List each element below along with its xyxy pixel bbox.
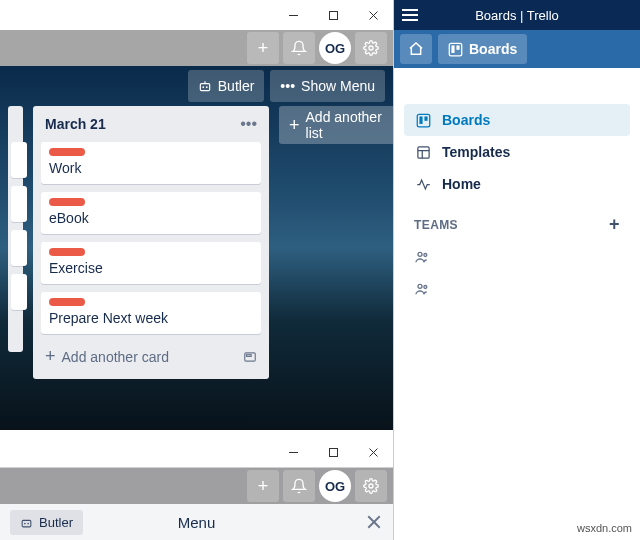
board-topbar: Butler ••• Show Menu bbox=[0, 66, 393, 106]
teams-label: TEAMS bbox=[414, 218, 458, 232]
menu-title: Menu bbox=[178, 514, 216, 531]
card-ebook[interactable]: eBook bbox=[41, 192, 261, 234]
svg-rect-26 bbox=[456, 45, 459, 49]
nav-home[interactable]: Home bbox=[404, 168, 630, 200]
plus-icon: + bbox=[258, 476, 269, 497]
svg-rect-25 bbox=[451, 45, 454, 53]
card-prepare-next-week[interactable]: Prepare Next week bbox=[41, 292, 261, 334]
create-button[interactable]: + bbox=[247, 32, 279, 64]
menu-button[interactable] bbox=[402, 8, 418, 22]
minimize-button[interactable] bbox=[273, 438, 313, 468]
list-title[interactable]: March 21 bbox=[45, 116, 106, 132]
maximize-button[interactable] bbox=[313, 438, 353, 468]
card-fragment[interactable] bbox=[11, 230, 27, 266]
create-button[interactable]: + bbox=[247, 470, 279, 502]
nav-boards[interactable]: Boards bbox=[404, 104, 630, 136]
nav-templates[interactable]: Templates bbox=[404, 136, 630, 168]
template-icon bbox=[414, 145, 432, 160]
maximize-button[interactable] bbox=[313, 0, 353, 30]
close-menu-button[interactable] bbox=[367, 515, 381, 529]
add-card-label: Add another card bbox=[62, 349, 169, 365]
gear-icon bbox=[363, 40, 379, 56]
trello-icon bbox=[414, 113, 432, 128]
close-icon bbox=[367, 515, 381, 529]
boards-button[interactable]: Boards bbox=[438, 34, 527, 64]
svg-point-35 bbox=[418, 284, 422, 288]
plus-icon: + bbox=[45, 346, 56, 367]
card-fragment[interactable] bbox=[11, 142, 27, 178]
label-red bbox=[49, 148, 85, 156]
dots-icon: ••• bbox=[280, 78, 295, 94]
list-fragment-previous bbox=[8, 106, 23, 352]
svg-point-7 bbox=[206, 86, 208, 88]
close-button[interactable] bbox=[353, 0, 393, 30]
team-icon bbox=[414, 281, 430, 297]
butler-button[interactable]: Butler bbox=[188, 70, 265, 102]
svg-point-18 bbox=[27, 522, 29, 524]
svg-point-6 bbox=[202, 86, 204, 88]
add-card-button[interactable]: + Add another card bbox=[45, 346, 169, 367]
label-red bbox=[49, 198, 85, 206]
home-button[interactable] bbox=[400, 34, 432, 64]
show-menu-button[interactable]: ••• Show Menu bbox=[270, 70, 385, 102]
list-menu-button[interactable]: ••• bbox=[240, 116, 257, 132]
trello-menu-window: + OG Butler Menu bbox=[0, 438, 393, 540]
pulse-icon bbox=[414, 177, 432, 192]
add-list-label: Add another list bbox=[306, 109, 389, 141]
add-card-row: + Add another card bbox=[41, 342, 261, 371]
trello-sidebar-window: Boards | Trello Boards Boards Templates bbox=[393, 0, 640, 540]
svg-point-33 bbox=[418, 252, 422, 256]
card-exercise[interactable]: Exercise bbox=[41, 242, 261, 284]
window-titlebar: Boards | Trello bbox=[394, 0, 640, 30]
add-another-list-button[interactable]: + Add another list bbox=[279, 106, 393, 144]
gear-icon bbox=[363, 478, 379, 494]
card-fragment[interactable] bbox=[11, 186, 27, 222]
bell-icon bbox=[291, 40, 307, 56]
team-icon bbox=[414, 249, 430, 265]
trello-icon bbox=[448, 42, 463, 57]
app-header: + OG bbox=[0, 468, 393, 504]
card-title: Exercise bbox=[49, 260, 253, 276]
card-title: eBook bbox=[49, 210, 253, 226]
butler-button[interactable]: Butler bbox=[10, 510, 83, 535]
card-template-icon[interactable] bbox=[243, 350, 257, 364]
svg-rect-28 bbox=[419, 116, 422, 124]
bell-icon bbox=[291, 478, 307, 494]
settings-button[interactable] bbox=[355, 32, 387, 64]
svg-rect-27 bbox=[417, 114, 430, 127]
notifications-button[interactable] bbox=[283, 32, 315, 64]
notifications-button[interactable] bbox=[283, 470, 315, 502]
nav-label: Home bbox=[442, 176, 481, 192]
card-work[interactable]: Work bbox=[41, 142, 261, 184]
svg-rect-30 bbox=[417, 146, 428, 157]
card-fragment[interactable] bbox=[11, 274, 27, 310]
nav-label: Templates bbox=[442, 144, 510, 160]
add-team-button[interactable]: + bbox=[609, 214, 620, 235]
plus-icon: + bbox=[289, 115, 300, 136]
svg-point-15 bbox=[369, 484, 373, 488]
team-item[interactable] bbox=[404, 241, 630, 273]
card-title: Prepare Next week bbox=[49, 310, 253, 326]
window-titlebar bbox=[0, 438, 393, 468]
close-button[interactable] bbox=[353, 438, 393, 468]
svg-rect-16 bbox=[22, 520, 31, 527]
user-avatar[interactable]: OG bbox=[319, 32, 351, 64]
list-header: March 21 ••• bbox=[41, 114, 261, 134]
user-avatar[interactable]: OG bbox=[319, 470, 351, 502]
svg-point-34 bbox=[424, 254, 427, 257]
svg-rect-1 bbox=[329, 11, 337, 19]
butler-label: Butler bbox=[218, 78, 255, 94]
butler-icon bbox=[20, 516, 33, 529]
home-icon bbox=[408, 41, 424, 57]
plus-icon: + bbox=[258, 38, 269, 59]
board-lists-area: March 21 ••• Work eBook Exercise P bbox=[0, 106, 393, 430]
window-titlebar bbox=[0, 0, 393, 30]
svg-point-4 bbox=[369, 46, 373, 50]
settings-button[interactable] bbox=[355, 470, 387, 502]
app-header: + OG bbox=[0, 30, 393, 66]
card-fragment bbox=[11, 318, 27, 344]
svg-rect-12 bbox=[329, 449, 337, 457]
minimize-button[interactable] bbox=[273, 0, 313, 30]
team-item[interactable] bbox=[404, 273, 630, 305]
label-red bbox=[49, 248, 85, 256]
